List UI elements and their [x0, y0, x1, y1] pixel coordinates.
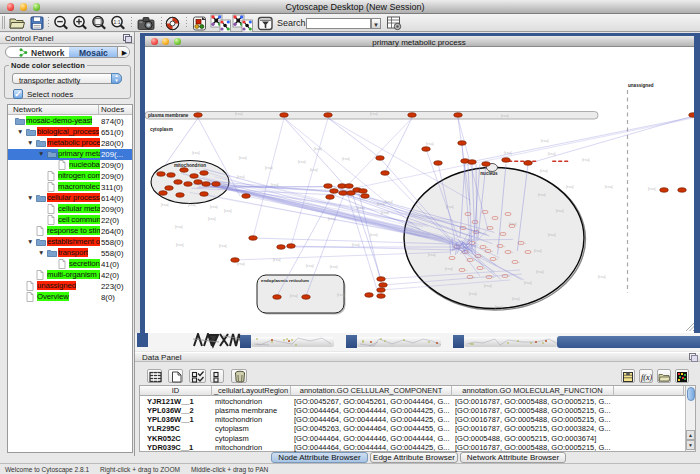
svg-text:[tr n-a]: [tr n-a] — [484, 284, 492, 288]
svg-text:[tr n-a]: [tr n-a] — [352, 243, 360, 247]
svg-text:[tr n-a]: [tr n-a] — [548, 233, 556, 237]
svg-text:[tr n-a]: [tr n-a] — [310, 168, 318, 172]
svg-text:mitochondrion: mitochondrion — [174, 163, 206, 168]
svg-text:nucleus: nucleus — [480, 171, 498, 176]
svg-text:[tr n-a]: [tr n-a] — [306, 264, 314, 268]
svg-text:[tr n-a]: [tr n-a] — [224, 209, 232, 213]
svg-text:[tr n-a]: [tr n-a] — [501, 114, 509, 118]
svg-text:cytoplasm: cytoplasm — [150, 127, 173, 132]
svg-text:[tr n-a]: [tr n-a] — [239, 156, 247, 160]
svg-text:[tr n-a]: [tr n-a] — [237, 262, 245, 266]
svg-text:[tr n-a]: [tr n-a] — [445, 267, 453, 271]
svg-text:[tr n-a]: [tr n-a] — [176, 243, 184, 247]
svg-text:[tr n-a]: [tr n-a] — [426, 142, 434, 146]
svg-text:[tr n-a]: [tr n-a] — [342, 157, 350, 161]
svg-text:[tr n-a]: [tr n-a] — [314, 147, 322, 151]
svg-text:[tr n-a]: [tr n-a] — [582, 158, 590, 162]
svg-text:[tr n-a]: [tr n-a] — [219, 244, 227, 248]
svg-text:[tr n-a]: [tr n-a] — [192, 151, 200, 155]
svg-text:[tr n-a]: [tr n-a] — [188, 203, 196, 207]
svg-text:[tr n-a]: [tr n-a] — [298, 160, 306, 164]
svg-text:[tr n-a]: [tr n-a] — [290, 294, 298, 298]
svg-text:[tr n-a]: [tr n-a] — [337, 293, 345, 297]
svg-text:f(x): f(x) — [641, 373, 652, 382]
svg-text:[tr n-a]: [tr n-a] — [495, 305, 503, 309]
svg-text:[tr n-a]: [tr n-a] — [536, 270, 544, 274]
svg-text:plasma membrane: plasma membrane — [148, 113, 189, 118]
svg-text:[tr n-a]: [tr n-a] — [534, 249, 542, 253]
svg-text:[tr n-a]: [tr n-a] — [428, 253, 436, 257]
svg-text:[tr n-a]: [tr n-a] — [175, 225, 183, 229]
svg-text:[tr n-a]: [tr n-a] — [509, 222, 517, 226]
svg-text:[tr n-a]: [tr n-a] — [330, 265, 338, 269]
svg-text:[tr n-a]: [tr n-a] — [556, 209, 564, 213]
svg-text:[tr n-a]: [tr n-a] — [210, 205, 218, 209]
svg-text:[tr n-a]: [tr n-a] — [605, 185, 613, 189]
svg-text:[tr n-a]: [tr n-a] — [469, 292, 477, 296]
svg-text:[tr n-a]: [tr n-a] — [541, 139, 549, 143]
svg-text:[tr n-a]: [tr n-a] — [235, 112, 243, 116]
svg-text:[tr n-a]: [tr n-a] — [538, 193, 546, 197]
svg-text:unassigned: unassigned — [628, 83, 654, 88]
svg-text:[tr n-a]: [tr n-a] — [540, 169, 548, 173]
svg-text:[tr n-a]: [tr n-a] — [548, 152, 556, 156]
svg-text:[tr n-a]: [tr n-a] — [208, 217, 216, 221]
svg-text:[tr n-a]: [tr n-a] — [512, 297, 520, 301]
svg-text:[tr n-a]: [tr n-a] — [161, 203, 169, 207]
svg-text:[tr n-a]: [tr n-a] — [648, 187, 656, 191]
svg-text:[tr n-a]: [tr n-a] — [566, 185, 574, 189]
svg-text:[tr n-a]: [tr n-a] — [370, 112, 378, 116]
svg-text:[tr n-a]: [tr n-a] — [598, 275, 606, 279]
svg-text:[tr n-a]: [tr n-a] — [370, 233, 378, 237]
svg-text:[tr n-a]: [tr n-a] — [524, 281, 532, 285]
svg-text:1:1: 1:1 — [114, 19, 121, 25]
